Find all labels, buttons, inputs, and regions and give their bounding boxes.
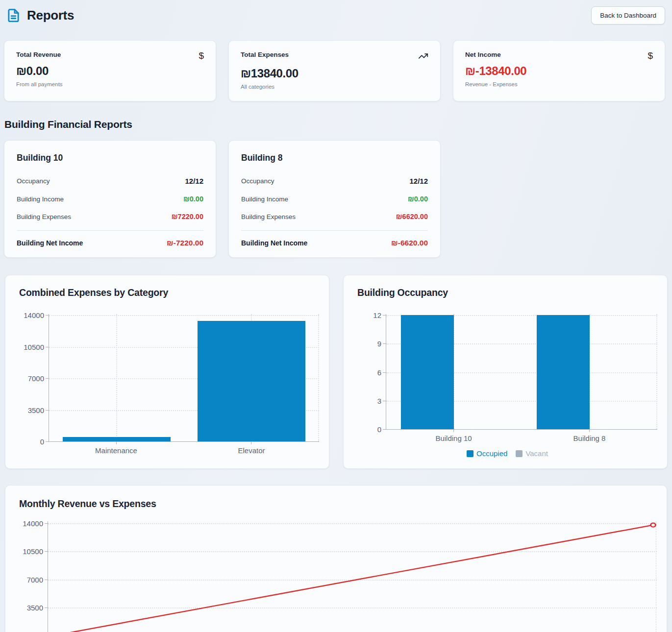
plot-area — [386, 314, 657, 430]
y-tick-label: 0 — [40, 438, 44, 446]
stat-subtitle: From all payments — [16, 81, 204, 87]
y-axis: 036912 — [357, 314, 386, 430]
monthly-revenue-expenses-chart: 350070001050014000 — [19, 521, 657, 632]
axis-tick — [46, 410, 49, 411]
row-label: Building Expenses — [241, 213, 296, 220]
row-label: Building Income — [17, 195, 64, 203]
x-tick-label: Maintenance — [49, 446, 184, 455]
chart-title: Monthly Revenue vs Expenses — [19, 498, 657, 510]
summary-stats: Total Revenue $ ₪0.00 From all payments … — [4, 40, 665, 101]
page-header: Reports Back to Dashboard — [0, 0, 672, 24]
expenses-row: Building Expenses ₪7220.00 — [17, 213, 203, 220]
row-label: Occupancy — [17, 177, 50, 185]
bar-elevator[interactable] — [198, 321, 305, 441]
occupancy-row: Occupancy 12/12 — [17, 177, 203, 185]
gridline — [318, 314, 319, 441]
bar-occupied[interactable] — [537, 315, 590, 429]
y-axis: 350070001050014000 — [19, 521, 48, 632]
building-name: Building 8 — [241, 153, 428, 163]
occupancy-value: 12/12 — [409, 177, 428, 185]
legend-swatch — [467, 450, 473, 457]
expenses-by-category-chart-card: Combined Expenses by Category 0350070001… — [5, 275, 329, 469]
trending-up-icon — [418, 51, 428, 63]
axis-tick — [116, 441, 117, 444]
reports-page: Reports Back to Dashboard Total Revenue … — [0, 0, 672, 632]
axis-tick — [383, 343, 386, 344]
building-card-building-10: Building 10 Occupancy 12/12 Building Inc… — [4, 140, 216, 258]
y-tick-label: 7000 — [28, 374, 44, 383]
line-point[interactable] — [651, 523, 656, 527]
gridline — [116, 314, 117, 441]
stat-card-total-expenses: Total Expenses ₪13840.00 All categories — [228, 40, 441, 101]
building-occupancy-chart-card: Building Occupancy 036912Building 10Buil… — [343, 275, 668, 469]
monthly-revenue-expenses-chart-card: Monthly Revenue vs Expenses 350070001050… — [5, 485, 667, 632]
income-value: ₪0.00 — [183, 195, 203, 203]
axis-tick — [45, 608, 48, 608]
occupancy-row: Occupancy 12/12 — [241, 177, 428, 185]
income-value: ₪0.00 — [408, 195, 428, 203]
chart-body: 0350070001050014000 — [19, 314, 319, 442]
dollar-icon: $ — [199, 51, 204, 60]
legend-item-vacant[interactable]: Vacant — [516, 449, 548, 458]
row-label: Building Net Income — [241, 239, 307, 247]
gridline — [49, 315, 319, 316]
axis-tick — [46, 315, 49, 316]
plot-area — [49, 314, 319, 442]
y-tick-label: 3500 — [28, 406, 44, 414]
row-label: Occupancy — [241, 177, 274, 185]
legend-label: Vacant — [525, 449, 548, 458]
legend-item-occupied[interactable]: Occupied — [467, 449, 507, 458]
axis-tick — [383, 401, 386, 401]
y-tick-label: 14000 — [23, 519, 43, 528]
net-income-row: Building Net Income ₪-6620.00 — [241, 239, 428, 247]
axis-tick — [383, 372, 386, 373]
y-tick-label: 3500 — [27, 604, 43, 612]
chart-legend: OccupiedVacant — [357, 449, 657, 458]
empty-cell — [453, 140, 665, 258]
divider — [241, 230, 428, 231]
y-tick-label: 7000 — [27, 576, 43, 584]
building-card-building-8: Building 8 Occupancy 12/12 Building Inco… — [228, 140, 441, 258]
axis-tick — [45, 580, 48, 580]
axis-tick — [383, 315, 386, 316]
back-to-dashboard-button[interactable]: Back to Dashboard — [591, 6, 665, 24]
expenses-by-category-chart: 0350070001050014000MaintenanceElevator — [19, 314, 319, 455]
building-reports-row: Building 10 Occupancy 12/12 Building Inc… — [4, 140, 665, 258]
axis-tick — [46, 378, 49, 379]
net-income-value: ₪-6620.00 — [391, 239, 428, 247]
axis-tick — [45, 523, 48, 524]
charts-row: Combined Expenses by Category 0350070001… — [5, 275, 668, 469]
y-tick-label: 10500 — [23, 547, 43, 556]
y-tick-label: 14000 — [24, 311, 44, 319]
y-tick-label: 3 — [377, 397, 381, 405]
stat-card-header: Total Expenses — [241, 51, 428, 63]
file-text-icon — [6, 8, 21, 23]
stat-value: ₪-13840.00 — [465, 64, 653, 78]
line-series-expenses — [51, 525, 653, 632]
stat-label: Total Revenue — [16, 51, 61, 58]
stat-card-net-income: Net Income $ ₪-13840.00 Revenue - Expens… — [453, 40, 665, 101]
stat-value: ₪0.00 — [16, 64, 204, 78]
axis-tick — [589, 429, 590, 432]
x-axis-labels: Building 10Building 8 — [386, 434, 657, 442]
legend-swatch — [516, 450, 523, 457]
axis-tick — [46, 347, 49, 347]
building-name: Building 10 — [17, 153, 203, 163]
stat-value: ₪13840.00 — [241, 67, 428, 80]
stat-card-header: Total Revenue $ — [16, 51, 204, 60]
row-label: Building Income — [241, 195, 288, 203]
x-tick-label: Building 10 — [386, 434, 522, 442]
bar-occupied[interactable] — [401, 315, 454, 429]
occupancy-value: 12/12 — [185, 177, 203, 185]
chart-title: Building Occupancy — [357, 287, 657, 298]
expenses-value: ₪6620.00 — [396, 213, 428, 220]
dollar-icon: $ — [647, 51, 653, 60]
expenses-value: ₪7220.00 — [172, 213, 203, 220]
page-title: Reports — [27, 8, 74, 23]
x-tick-label: Elevator — [184, 446, 319, 455]
axis-tick — [45, 551, 48, 552]
gridline — [656, 314, 657, 429]
income-row: Building Income ₪0.00 — [241, 195, 428, 203]
bar-maintenance[interactable] — [63, 437, 171, 441]
row-label: Building Net Income — [17, 239, 83, 247]
